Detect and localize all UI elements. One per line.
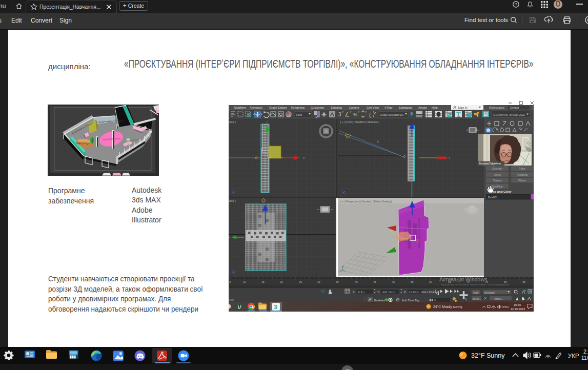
svg-text:Grid = 25,4cm: Grid = 25,4cm: [421, 291, 437, 294]
svg-text:10:36: 10:36: [514, 303, 521, 306]
svg-text:Y: Y: [266, 121, 268, 124]
svg-text:V-Ray: V-Ray: [384, 106, 392, 109]
svg-text:32°F Sunny: 32°F Sunny: [471, 352, 505, 359]
svg-text:3: 3: [338, 112, 341, 117]
svg-text:15: 15: [261, 281, 265, 283]
svg-text:Substance: Substance: [399, 106, 412, 109]
svg-text:Default: Default: [510, 106, 519, 109]
svg-text:Help: Help: [432, 106, 438, 109]
svg-text:50: 50: [392, 281, 395, 283]
svg-text:Teapot: Teapot: [493, 179, 502, 182]
svg-text:%: %: [353, 112, 357, 117]
svg-text:12.10.2023: 12.10.2023: [511, 307, 525, 311]
svg-text:Workspaces:: Workspaces:: [489, 106, 505, 109]
svg-text:rame ]: rame ]: [229, 200, 236, 202]
svg-text:Y:: Y:: [377, 291, 380, 294]
svg-text:Pyramid: Pyramid: [517, 173, 528, 176]
svg-text:Активація Windows: Активація Windows: [439, 276, 487, 282]
svg-text:Scripting: Scripting: [331, 106, 342, 109]
svg-text:X:: X:: [353, 291, 356, 294]
svg-text:Modifiers: Modifiers: [234, 106, 246, 109]
svg-text:[ + ] [ Perspective ] [ Standa: [ + ] [ Perspective ] [ Standard ] [ Def…: [340, 200, 392, 203]
svg-text:Plane: Plane: [518, 179, 525, 182]
svg-text:60: 60: [429, 281, 432, 283]
svg-text:3: 3: [274, 304, 277, 310]
svg-text:Tube: Tube: [519, 167, 525, 170]
svg-text:5: 5: [230, 281, 231, 283]
svg-text:Тетьяна Пасечная: Тетьяна Пасечная: [479, 162, 501, 165]
svg-text:40: 40: [355, 281, 358, 283]
svg-text:Add Time Tag: Add Time Tag: [402, 299, 419, 302]
svg-text:РУС: РУС: [502, 305, 509, 309]
svg-text:Animation: Animation: [250, 106, 262, 109]
svg-text:35: 35: [336, 281, 339, 283]
svg-text:Torus: Torus: [494, 173, 501, 176]
svg-text:-441,16cm: -441,16cm: [382, 291, 395, 294]
svg-text:Arnold: Arnold: [418, 106, 427, 109]
svg-text:45: 45: [373, 281, 376, 283]
svg-text:U: U: [238, 304, 241, 310]
svg-text:Filters...: Filters...: [494, 297, 503, 300]
svg-text:TextPlus: TextPlus: [492, 185, 502, 188]
svg-text:30: 30: [317, 281, 320, 283]
svg-text:Create Selection Set: Create Selection Set: [380, 113, 403, 116]
svg-text:C:\Users\Ad...ds Max 2022: C:\Users\Ad...ds Max 2022: [493, 113, 525, 116]
svg-text:Graph Editors: Graph Editors: [269, 106, 287, 109]
svg-text:0: 0: [434, 299, 436, 302]
svg-text:25: 25: [299, 281, 302, 283]
svg-text:11/: 11/: [581, 355, 588, 361]
svg-text:Customise: Customise: [311, 106, 324, 109]
svg-text:Auto: Auto: [473, 291, 479, 294]
svg-text:-11,96cm: -11,96cm: [408, 291, 420, 294]
svg-text:2:: 2:: [583, 349, 587, 355]
svg-text:Box001: Box001: [488, 196, 498, 199]
svg-text:Sign In: Sign In: [458, 106, 468, 109]
svg-text:View: View: [296, 113, 302, 116]
svg-text:24°C Mostly sunny: 24°C Mostly sunny: [433, 305, 462, 309]
svg-text:Z:: Z:: [404, 291, 407, 294]
svg-text:Set K...: Set K...: [473, 297, 481, 300]
svg-text:Content: Content: [349, 106, 359, 109]
svg-text:-0,3m: -0,3m: [357, 291, 364, 294]
svg-text:20: 20: [280, 281, 283, 283]
svg-text:jects: jects: [229, 298, 234, 301]
svg-text:85: 85: [522, 281, 525, 283]
svg-text:?: ?: [515, 2, 517, 7]
svg-text:rame ]: rame ]: [229, 121, 236, 124]
svg-text:55: 55: [411, 281, 414, 283]
svg-text:Civil View: Civil View: [367, 106, 379, 109]
svg-text:[ + ] [ Front ] [ Standard ] [: [ + ] [ Front ] [ Standard ] [ Wireframe…: [340, 121, 379, 124]
svg-text:10: 10: [243, 281, 246, 283]
svg-text:Ресепшн: Ресепшн: [76, 141, 91, 145]
svg-text:Rendering: Rendering: [291, 106, 305, 109]
svg-text:Cylinder: Cylinder: [492, 167, 503, 170]
svg-text:Selected: Selected: [484, 291, 495, 294]
svg-text:Enabled:: Enabled:: [374, 299, 386, 302]
svg-text:УКР: УКР: [568, 353, 579, 359]
svg-text:z: z: [343, 264, 344, 267]
